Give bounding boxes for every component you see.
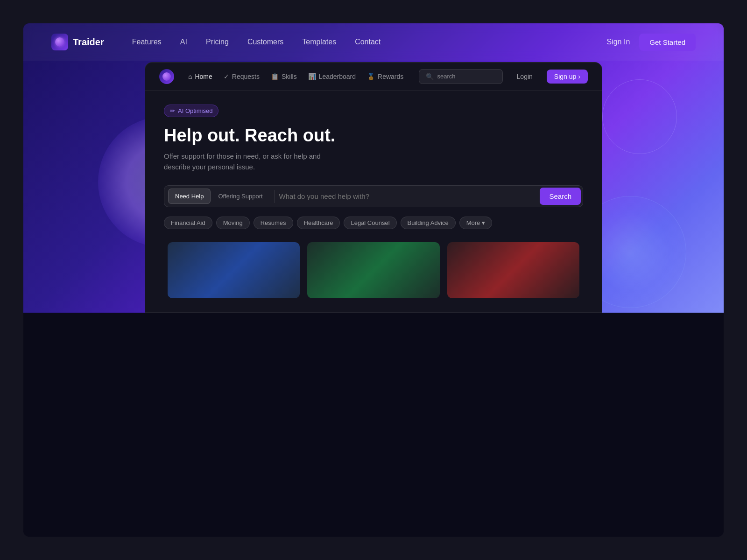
- ai-badge: ✏ AI Optimised: [164, 105, 218, 117]
- app-nav-home[interactable]: ⌂ Home: [188, 73, 212, 80]
- leaderboard-icon: 📊: [308, 73, 316, 80]
- app-signup-button[interactable]: Sign up ›: [547, 70, 588, 84]
- tag-pills: Financial Aid Moving Resumes Healthcare …: [164, 217, 583, 229]
- offering-support-button[interactable]: Offering Support: [211, 189, 269, 204]
- tag-healthcare[interactable]: Healthcare: [297, 217, 340, 229]
- search-button[interactable]: Search: [540, 188, 581, 205]
- card-image-2: [307, 242, 439, 298]
- nav-ai[interactable]: AI: [180, 38, 187, 46]
- chevron-down-icon: ▾: [482, 219, 485, 226]
- nav-pricing[interactable]: Pricing: [206, 38, 229, 46]
- app-nav-links: ⌂ Home ✓ Requests 📋 Skills 📊 Leaderboard: [188, 73, 405, 80]
- nav-templates[interactable]: Templates: [302, 38, 336, 46]
- app-nav-requests[interactable]: ✓ Requests: [224, 73, 260, 80]
- tag-resumes[interactable]: Resumes: [254, 217, 293, 229]
- main-navbar: Traider Features AI Pricing Customers Te…: [23, 23, 724, 61]
- app-description: Offer support for those in need, or ask …: [164, 151, 341, 172]
- nav-customers[interactable]: Customers: [247, 38, 283, 46]
- app-search-bar[interactable]: 🔍 search: [419, 69, 503, 84]
- ai-icon: ✏: [170, 107, 175, 114]
- app-title: Help out. Reach out.: [164, 126, 583, 146]
- hero-section: Traider Features AI Pricing Customers Te…: [23, 23, 724, 313]
- search-toggle: Need Help Offering Support: [168, 189, 269, 204]
- bottom-card-2: [307, 242, 439, 298]
- app-logo-inner: [162, 72, 171, 81]
- app-nav-rewards[interactable]: 🏅 Rewards: [367, 73, 403, 80]
- app-nav-skills[interactable]: 📋 Skills: [271, 73, 297, 80]
- search-divider: [274, 190, 275, 203]
- get-started-nav-button[interactable]: Get Started: [639, 34, 696, 51]
- requests-icon: ✓: [224, 73, 229, 80]
- tag-moving[interactable]: Moving: [216, 217, 250, 229]
- rewards-icon: 🏅: [367, 73, 375, 80]
- nav-contact[interactable]: Contact: [355, 38, 381, 46]
- skills-icon: 📋: [271, 73, 279, 80]
- chevron-right-icon: ›: [578, 73, 580, 80]
- bottom-cards: [164, 242, 583, 298]
- need-help-button[interactable]: Need Help: [168, 189, 211, 204]
- search-input[interactable]: [279, 192, 540, 200]
- bottom-card-1: [168, 242, 300, 298]
- logo-area: Traider: [51, 34, 104, 50]
- bottom-card-3: [447, 242, 579, 298]
- logo-icon-inner: [55, 37, 64, 47]
- tag-legal-counsel[interactable]: Legal Counsel: [344, 217, 396, 229]
- app-nav-leaderboard[interactable]: 📊 Leaderboard: [308, 73, 356, 80]
- nav-links: Features AI Pricing Customers Templates …: [132, 38, 607, 46]
- nav-features[interactable]: Features: [132, 38, 162, 46]
- search-bar: Need Help Offering Support Search: [164, 185, 583, 207]
- sign-in-button[interactable]: Sign In: [606, 38, 630, 46]
- tag-financial-aid[interactable]: Financial Aid: [164, 217, 212, 229]
- app-card: ⌂ Home ✓ Requests 📋 Skills 📊 Leaderboard: [145, 62, 602, 313]
- brand-name: Traider: [73, 37, 104, 48]
- nav-actions: Sign In Get Started: [606, 34, 696, 51]
- app-logo: [159, 69, 174, 84]
- app-navbar: ⌂ Home ✓ Requests 📋 Skills 📊 Leaderboard: [145, 63, 602, 91]
- search-icon: 🔍: [426, 73, 434, 80]
- card-image-3: [447, 242, 579, 298]
- tag-building-advice[interactable]: Building Advice: [401, 217, 456, 229]
- home-icon: ⌂: [188, 73, 192, 80]
- card-image-1: [168, 242, 300, 298]
- logo-icon: [51, 34, 68, 50]
- tag-more[interactable]: More ▾: [459, 217, 493, 229]
- browser-window: Traider Features AI Pricing Customers Te…: [23, 23, 724, 537]
- app-content: ✏ AI Optimised Help out. Reach out. Offe…: [145, 91, 602, 312]
- app-login-button[interactable]: Login: [517, 73, 533, 80]
